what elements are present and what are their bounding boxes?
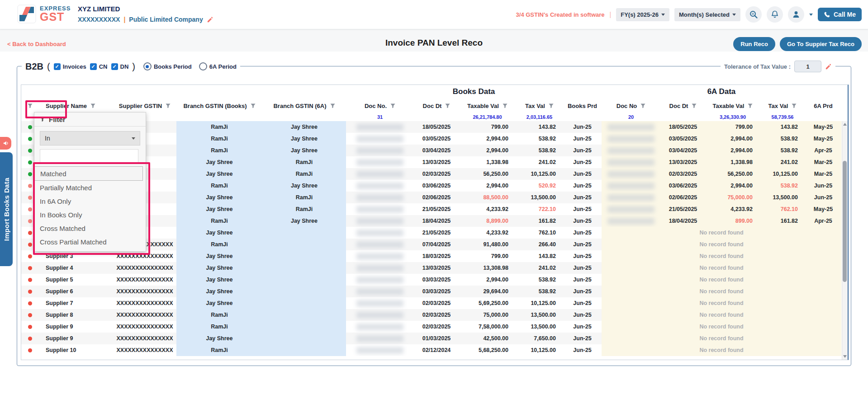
books-taxable-val-cell: 13,308.98 [459,262,516,274]
books-taxable-val-cell: 799.00 [459,121,516,133]
column-header-label: Supplier Name [46,103,87,109]
filter-icon[interactable] [503,103,508,108]
branch-gstin-6a-cell: Jay Shree [262,145,346,156]
filter-icon[interactable] [90,103,95,108]
gstin-search-button[interactable] [745,6,762,23]
fy-selector[interactable]: FY(s) 2025-26 [616,8,669,21]
status-dot [28,254,32,258]
filter-option-matched[interactable]: Matched [34,166,143,181]
user-profile-button[interactable] [788,6,804,23]
branch-gstin-books-cell: Jay Shree [176,262,262,274]
sixa-taxable-val-cell: 2,994.00 [706,180,760,192]
scrollbar-thumb[interactable] [843,161,847,282]
books-tax-val-cell: 266.40 [516,239,563,250]
filter-icon[interactable] [330,103,335,108]
filter-icon[interactable] [748,103,753,108]
sixa-prd-cell: Jun-25 [805,192,841,203]
profile-chevron-down-icon[interactable] [809,14,813,16]
books-doc-no-cell [346,145,414,156]
filter-icon[interactable] [692,103,697,108]
invoice-pan-level-reco-page: EXPRESS GST XYZ LIMITED XXXXXXXXXX | Pub… [0,0,868,394]
announcement-badge[interactable] [0,137,11,150]
books-taxable-val-cell: 5,68,250.00 [459,344,516,356]
invoices-checkbox[interactable] [54,63,61,70]
filter-option-cross-matched[interactable]: Cross Matched [34,221,146,235]
gstin-created-banner: 3/4 GSTIN's Created in software [516,11,605,18]
branch-gstin-6a-cell: Jay Shree [262,215,346,227]
filter-icon[interactable] [792,103,797,108]
books-prd-cell: Jun-25 [563,192,602,203]
dn-checkbox[interactable] [111,63,118,70]
month-selector[interactable]: Month(s) Selected [674,8,740,21]
supplier-name-cell: Supplier 4 [38,262,113,274]
company-block: XYZ LIMITED XXXXXXXXXX | Public Limited … [78,5,213,23]
supplier-gstin-cell: XXXXXXXXXXXXXXX [113,309,176,321]
books-doc-no-cell [346,203,414,215]
filter-option-cross-partial-matched[interactable]: Cross Partial Matched [34,235,146,249]
books-tax-val-cell: 722.10 [516,203,563,215]
tolerance-input[interactable]: 1 [794,61,821,72]
filter-option-in-books-only[interactable]: In Books Only [34,208,146,221]
filter-icon[interactable] [640,103,645,108]
supplier-gstin-cell: XXXXXXXXXXXXXXX [113,333,176,344]
redacted-doc-no [356,300,403,307]
filter-option-partially-matched[interactable]: Partially Matched [34,181,146,194]
status-dot-cell [21,274,38,286]
megaphone-icon [3,140,9,146]
edit-tolerance-pencil-icon[interactable] [825,63,832,70]
branch-gstin-6a-cell [262,309,346,321]
filter-icon[interactable] [28,103,33,108]
supplier-gstin-cell: XXXXXXXXXXXXXXX [113,250,176,262]
branch-gstin-books-cell: Jay Shree [176,333,262,344]
column-header: Doc No. [346,98,414,113]
books-doc-no-cell [346,156,414,168]
books-doc-no-cell [346,215,414,227]
books-doc-dt-cell: 21/05/2025 [414,203,459,215]
filter-icon[interactable] [390,103,395,108]
no-record-found-cell: No record found [602,333,841,344]
books-doc-dt-cell: 02/03/2025 [414,168,459,180]
call-me-button[interactable]: Call Me [818,8,862,21]
branch-gstin-books-cell: Jay Shree [176,274,262,286]
sixa-prd-cell: May-25 [805,121,841,133]
filter-icon[interactable] [445,103,450,108]
scroll-down-icon[interactable] [843,355,847,358]
run-reco-button[interactable]: Run Reco [733,37,775,51]
books-doc-no-cell [346,180,414,192]
scroll-up-icon[interactable] [843,123,847,126]
go-to-supplier-tax-reco-button[interactable]: Go To Suppier Tax Reco [780,37,862,51]
books-tax-val-cell: 762.10 [516,227,563,239]
top-right-controls: 3/4 GSTIN's Created in software | FY(s) … [516,0,862,29]
edit-company-pencil-icon[interactable] [207,16,213,23]
status-dot [28,266,32,270]
notifications-button[interactable] [767,6,783,23]
filter-value-input[interactable] [40,149,138,164]
filter-icon[interactable] [549,103,554,108]
chevron-down-icon [132,137,135,140]
import-books-data-tab[interactable]: Import Books Data [0,152,13,266]
chevron-down-icon [661,14,665,16]
no-record-found-cell: No record found [602,321,841,333]
status-dot-cell [21,262,38,274]
filter-icon[interactable] [251,103,256,108]
sixa-taxable-val-cell: 2,994.00 [706,145,760,156]
sixa-doc-no-cell [602,180,660,192]
sixa-doc-no-cell [602,133,660,145]
filter-icon[interactable] [166,103,171,108]
books-taxable-val-cell: 4,233.92 [459,227,516,239]
books-period-radio[interactable] [143,62,152,70]
books-taxable-val-cell: 4,233.92 [459,203,516,215]
cn-checkbox[interactable] [90,63,97,70]
supplier-name-cell: Supplier 5 [38,274,113,286]
supplier-gstin-cell: XXXXXXXXXXXXXXX [113,321,176,333]
table-scrollbar[interactable] [842,121,848,360]
filter-option-in-6a-only[interactable]: In 6A Only [34,194,146,208]
sixa-period-radio[interactable] [199,62,207,70]
column-total: 20 [602,113,660,121]
sixa-tax-val-cell: 241.02 [760,156,805,168]
filter-operator-select[interactable]: In [40,131,140,145]
no-record-found-cell: No record found [602,309,841,321]
back-to-dashboard-link[interactable]: < Back to Dashboard [7,41,66,47]
books-doc-dt-cell: 03/03/2025 [414,274,459,286]
no-record-found-cell: No record found [602,239,841,250]
